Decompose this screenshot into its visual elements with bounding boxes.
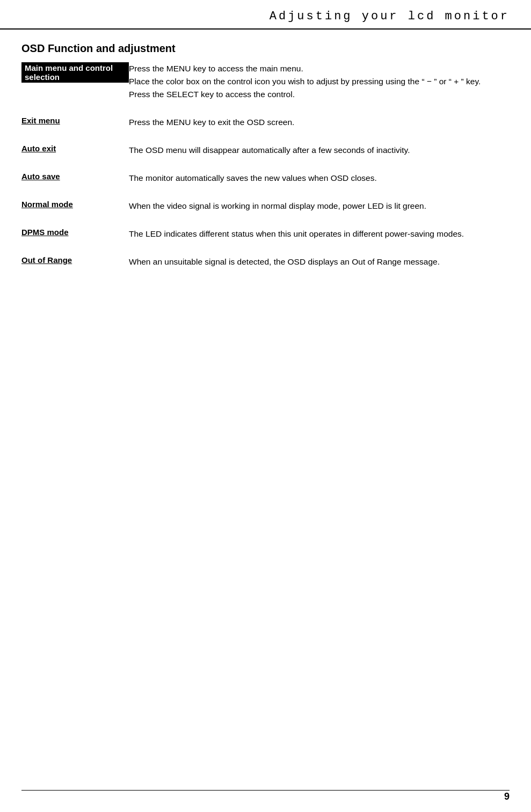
section-label-main-menu: Main menu and control selection (21, 62, 129, 101)
section-desc-exit-menu: Press the MENU key to exit the OSD scree… (129, 116, 510, 129)
underline-label-dpms-mode: DPMS mode (21, 228, 69, 237)
underline-label-exit-menu: Exit menu (21, 116, 60, 125)
desc-auto-save: The monitor automatically saves the new … (129, 173, 377, 182)
section-main-menu: Main menu and control selection Press th… (21, 62, 510, 101)
underline-label-auto-exit: Auto exit (21, 144, 56, 153)
section-desc-dpms-mode: The LED indicates different status when … (129, 228, 510, 240)
section-out-of-range: Out of Range When an unsuitable signal i… (21, 255, 510, 268)
bottom-divider (21, 790, 510, 791)
section-desc-auto-exit: The OSD menu will disappear automaticall… (129, 144, 510, 157)
desc-out-of-range: When an unsuitable signal is detected, t… (129, 257, 440, 266)
desc-exit-menu: Press the MENU key to exit the OSD scree… (129, 118, 294, 127)
main-title: OSD Function and adjustment (21, 42, 510, 55)
section-dpms-mode: DPMS mode The LED indicates different st… (21, 228, 510, 240)
desc-normal-mode: When the video signal is working in norm… (129, 201, 426, 210)
desc-auto-exit: The OSD menu will disappear automaticall… (129, 145, 410, 155)
section-label-dpms-mode: DPMS mode (21, 228, 129, 240)
section-label-auto-exit: Auto exit (21, 144, 129, 157)
underline-label-auto-save: Auto save (21, 172, 60, 181)
section-auto-exit: Auto exit The OSD menu will disappear au… (21, 144, 510, 157)
section-desc-auto-save: The monitor automatically saves the new … (129, 172, 510, 185)
highlighted-label-main-menu: Main menu and control selection (21, 62, 129, 83)
section-desc-main-menu: Press the MENU key to access the main me… (129, 62, 510, 101)
desc-line-1: Press the MENU key to access the main me… (129, 64, 481, 99)
desc-dpms-mode: The LED indicates different status when … (129, 229, 464, 238)
underline-label-normal-mode: Normal mode (21, 200, 73, 209)
section-desc-out-of-range: When an unsuitable signal is detected, t… (129, 255, 510, 268)
section-label-normal-mode: Normal mode (21, 200, 129, 213)
section-label-auto-save: Auto save (21, 172, 129, 185)
section-label-exit-menu: Exit menu (21, 116, 129, 129)
page-header: Adjusting your lcd monitor (0, 0, 531, 30)
section-auto-save: Auto save The monitor automatically save… (21, 172, 510, 185)
section-desc-normal-mode: When the video signal is working in norm… (129, 200, 510, 213)
section-exit-menu: Exit menu Press the MENU key to exit the… (21, 116, 510, 129)
page-number: 9 (504, 791, 510, 802)
page-content: OSD Function and adjustment Main menu an… (0, 30, 531, 305)
section-label-out-of-range: Out of Range (21, 255, 129, 268)
underline-label-out-of-range: Out of Range (21, 255, 72, 265)
section-normal-mode: Normal mode When the video signal is wor… (21, 200, 510, 213)
